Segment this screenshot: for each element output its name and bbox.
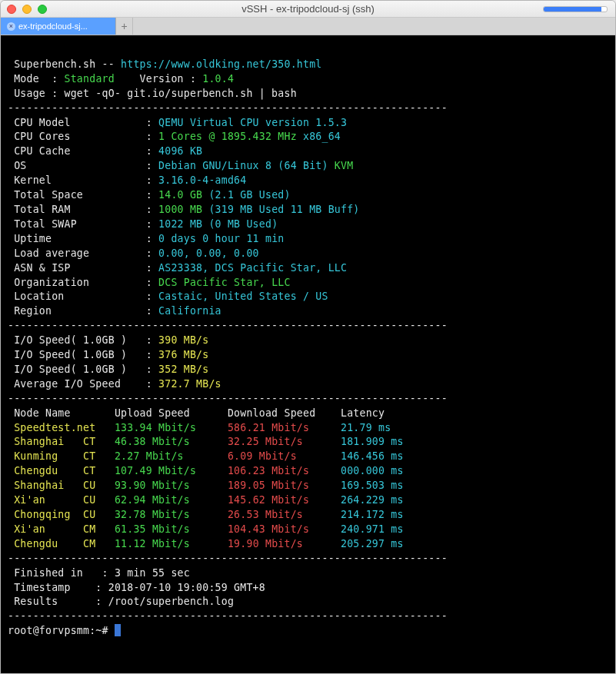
- plus-icon: +: [121, 20, 127, 32]
- tab-bar: × ex-tripodcloud-sj... +: [1, 18, 615, 35]
- close-tab-icon[interactable]: ×: [7, 22, 15, 31]
- terminal-output[interactable]: Superbench.sh -- https://www.oldking.net…: [1, 35, 615, 673]
- minimize-window-button[interactable]: [22, 5, 32, 14]
- traffic-lights: [1, 5, 47, 14]
- window-frame: vSSH - ex-tripodcloud-sj (ssh) × ex-trip…: [0, 0, 616, 674]
- tab-label: ex-tripodcloud-sj...: [18, 22, 88, 31]
- zoom-window-button[interactable]: [38, 5, 47, 14]
- close-window-button[interactable]: [7, 5, 16, 14]
- progress-indicator: [543, 6, 608, 12]
- titlebar[interactable]: vSSH - ex-tripodcloud-sj (ssh): [1, 1, 615, 18]
- add-tab-button[interactable]: +: [116, 18, 133, 35]
- window-title: vSSH - ex-tripodcloud-sj (ssh): [1, 3, 615, 15]
- cursor: [115, 624, 121, 636]
- session-tab[interactable]: × ex-tripodcloud-sj...: [1, 18, 116, 35]
